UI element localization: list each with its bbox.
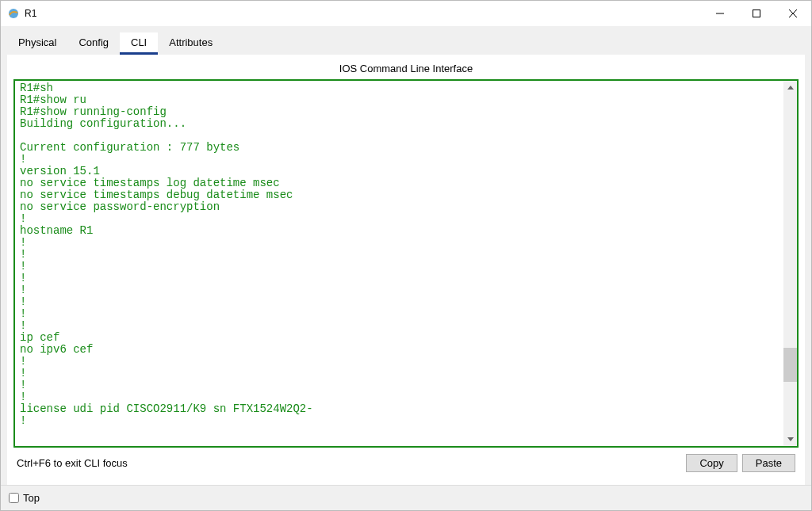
- terminal-container: R1#sh R1#show ru R1#show running-config …: [13, 79, 799, 448]
- top-label: Top: [23, 492, 40, 504]
- tab-cli[interactable]: CLI: [120, 32, 158, 55]
- scroll-track[interactable]: [783, 94, 797, 433]
- maximize-button[interactable]: [738, 1, 775, 26]
- tab-attributes[interactable]: Attributes: [158, 32, 224, 55]
- cli-panel: IOS Command Line Interface R1#sh R1#show…: [7, 55, 805, 485]
- scroll-down-arrow[interactable]: [783, 433, 797, 446]
- scroll-thumb[interactable]: [783, 348, 797, 382]
- panel-footer: Ctrl+F6 to exit CLI focus Copy Paste: [13, 448, 799, 479]
- cli-terminal[interactable]: R1#sh R1#show ru R1#show running-config …: [15, 81, 783, 446]
- window-controls: [702, 1, 811, 26]
- tab-physical[interactable]: Physical: [7, 32, 67, 55]
- cli-hint: Ctrl+F6 to exit CLI focus: [17, 457, 128, 469]
- panel-title: IOS Command Line Interface: [13, 59, 799, 79]
- svg-rect-2: [753, 10, 760, 17]
- scroll-up-arrow[interactable]: [783, 81, 797, 94]
- terminal-scrollbar[interactable]: [783, 81, 797, 446]
- paste-button[interactable]: Paste: [742, 454, 795, 472]
- content-area: Physical Config CLI Attributes IOS Comma…: [1, 26, 811, 485]
- app-icon: [7, 7, 20, 20]
- window-title: R1: [25, 8, 36, 19]
- titlebar: R1: [1, 1, 811, 26]
- tab-bar: Physical Config CLI Attributes: [7, 32, 805, 55]
- svg-marker-6: [787, 437, 794, 441]
- tab-config[interactable]: Config: [67, 32, 120, 55]
- copy-button[interactable]: Copy: [686, 454, 737, 472]
- close-button[interactable]: [775, 1, 811, 26]
- top-checkbox[interactable]: [9, 493, 19, 503]
- minimize-button[interactable]: [702, 1, 738, 26]
- svg-marker-5: [787, 86, 794, 90]
- status-bar: Top: [1, 485, 811, 510]
